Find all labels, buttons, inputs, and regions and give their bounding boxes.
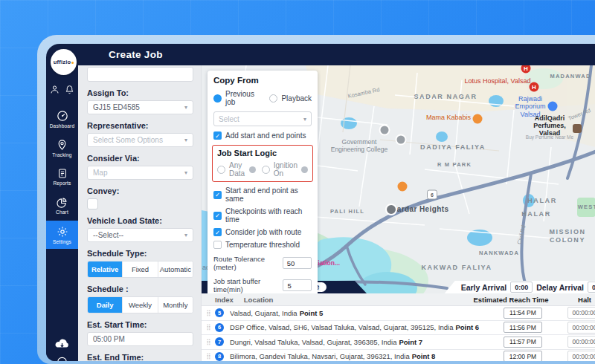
col-index: Index [215,296,234,304]
sidebar-item-dashboard[interactable]: Dashboard [46,105,78,133]
schedule-segment: Daily Weekly Monthly [87,296,193,313]
ignition-on-radio[interactable] [262,166,270,174]
add-points-checkbox[interactable]: ✓ [213,131,222,140]
sardar-heights-marker-icon [385,204,397,215]
est-start-label: Est. Start Time: [87,320,193,329]
map-label-area: PALI HILL [330,208,364,215]
window-frame: Create Job uffizio [37,35,595,364]
convey-label: Convey: [87,186,193,195]
copy-from-select[interactable]: Select ▾ [213,111,312,126]
vehicle-load-select[interactable]: --Select-- ▾ [87,228,193,242]
drag-handle-icon[interactable]: ⣿ [202,339,215,345]
schedule-type-label: Schedule Type: [87,249,193,258]
index-badge: 5 [215,308,224,317]
shopping-marker-icon [548,102,558,111]
reach-time-input[interactable]: 11:54 PM [504,308,542,319]
settings-gear-icon [57,226,68,238]
poi-marker-icon [379,125,390,136]
schedule-type-fixed[interactable]: Fixed [122,261,157,277]
reach-time-input[interactable]: 12:00 PM [504,351,542,361]
map-label-area: NANKWADA [479,250,519,256]
sidebar-item-settings[interactable]: Settings [46,221,78,249]
route-checkbox[interactable]: ✓ [213,228,222,236]
shop-marker-icon [398,182,408,192]
brand-logo[interactable]: uffizio [51,49,77,75]
map-canvas[interactable]: SADAR NAGAR MADANWAD Lotus Hospital, Val… [202,65,595,293]
map-label-area: MADANWAD [550,73,591,79]
col-location: Location [244,296,492,304]
chart-pie-icon [57,197,68,208]
drag-handle-icon[interactable]: ⣿ [202,324,215,331]
reach-time-input[interactable]: 11:57 PM [504,337,542,348]
bell-icon[interactable] [65,85,74,94]
same-point-checkbox[interactable]: ✓ [213,191,222,199]
map-label-poi: Lotus Hospital, Valsad [465,77,531,85]
halt-input[interactable]: 00:00:00 [567,307,595,319]
schedule-monthly[interactable]: Monthly [158,297,193,313]
convey-checkbox[interactable] [87,198,98,209]
schedule-label: Schedule : [87,285,193,293]
location-text: Bilimora, Gandevi Taluka, Navsari, Gujar… [230,352,410,360]
assign-to-select[interactable]: GJ15 ED4585 ▾ [87,100,193,114]
est-start-input[interactable]: 05:00 PM [87,332,193,346]
store-marker-icon [573,124,582,133]
arrival-toolbar: Early Arrival 0:00 Delay Arrival 0:00 [445,281,595,293]
highway-shield-icon: 6 [427,190,437,200]
route-tolerance-input[interactable]: 50 [283,257,312,269]
headset-icon[interactable] [57,357,68,361]
table-row[interactable]: ⣿ 5 Valsad, Gujarat, IndiaPoint 5 11:54 … [202,306,595,321]
schedule-weekly[interactable]: Weekly [122,297,157,313]
screenshot-stage: Create Job uffizio [0,0,595,364]
table-row[interactable]: ⣿ 8 Bilimora, Gandevi Taluka, Navsari, G… [202,350,595,362]
job-name-input[interactable] [87,67,193,82]
info-dot-icon [249,166,256,173]
drag-handle-icon[interactable]: ⣿ [202,353,215,360]
early-arrival-input[interactable]: 0:00 [510,282,533,293]
main-area: SADAR NAGAR MADANWAD Lotus Hospital, Val… [201,65,595,361]
table-header: Index Location Estimated Reach Time Halt [202,293,595,306]
schedule-daily[interactable]: Daily [88,297,122,313]
route-tolerance-label: Route Tolerance (meter) [213,255,283,271]
buffer-time-input[interactable]: 5 [283,279,312,291]
map-label-poi-sub: Buy Perfume Near Me [526,134,573,140]
restaurant-marker-icon [473,114,483,124]
halt-input[interactable]: 00:00:00 [567,336,595,348]
temperature-checkbox[interactable] [213,241,222,249]
reach-time-input[interactable]: 11:56 PM [504,322,542,333]
vehicle-load-label: Vehicle Load State: [87,216,193,225]
assign-to-label: Assign To: [87,88,193,97]
early-arrival-label: Early Arrival [461,283,506,292]
point-label: Point 6 [455,323,479,331]
copy-from-panel: Copy From Previous job Playback Select ▾ [208,71,318,293]
col-halt: Halt [552,296,595,304]
previous-job-radio[interactable] [213,94,222,103]
map-label-area: DADIYA FALIYA [420,143,486,151]
schedule-type-automatic[interactable]: Automatic [158,261,193,277]
info-dot-icon [301,166,308,173]
cloud-download-icon[interactable] [54,338,70,350]
buffer-time-label: Job start buffer time(min) [213,277,283,293]
sidebar-item-tracking[interactable]: Tracking [46,134,78,162]
job-form-panel: Assign To: GJ15 ED4585 ▾ Representative:… [78,65,201,361]
halt-input[interactable]: 00:00:00 [567,351,595,361]
sidebar-item-chart[interactable]: Chart [46,192,78,220]
user-icon[interactable] [50,85,60,94]
map-label-area: WEST [578,204,595,210]
playback-radio[interactable] [269,94,277,103]
map-label-area: MISSION COLONY [546,228,589,244]
delay-arrival-input[interactable]: 0:00 [588,282,595,293]
delay-arrival-label: Delay Arrival [536,283,584,292]
table-row[interactable]: ⣿ 7 Dungri, Valsad Taluka, Valsad, Gujar… [202,335,595,350]
schedule-type-relative[interactable]: Relative [88,261,122,277]
reach-time-checkbox[interactable]: ✓ [213,212,222,220]
consider-via-select[interactable]: Map ▾ [87,166,193,180]
sidebar-item-reports[interactable]: Reports [46,163,78,191]
table-row[interactable]: ⣿ 6 DSP Office, Valsad, SH6, Valsad Talu… [202,321,595,336]
point-label: Point 5 [300,309,324,317]
chevron-down-icon: ▾ [184,137,187,143]
halt-input[interactable]: 00:00:00 [567,322,595,334]
any-data-radio[interactable] [217,166,225,174]
job-start-logic-box: Job Start Logic Any Data Ignition On [212,145,313,182]
drag-handle-icon[interactable]: ⣿ [202,310,215,316]
representative-select[interactable]: Select Some Options ▾ [87,133,193,147]
